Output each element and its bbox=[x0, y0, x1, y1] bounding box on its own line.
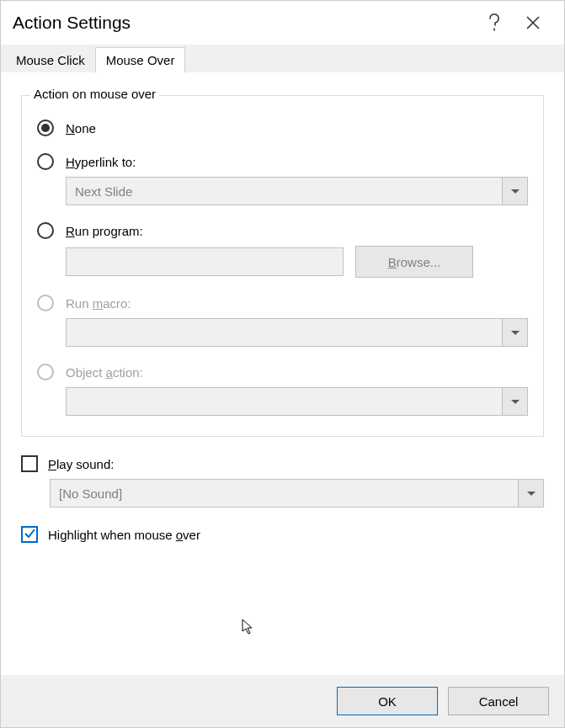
cancel-button[interactable]: Cancel bbox=[448, 687, 549, 715]
group-legend: Action on mouse over bbox=[30, 87, 159, 101]
sound-combo-text: [No Sound] bbox=[51, 486, 518, 501]
run-program-input[interactable] bbox=[66, 247, 344, 276]
object-action-combo-button bbox=[502, 388, 527, 415]
play-sound-checkbox[interactable] bbox=[21, 455, 38, 472]
tab-mouse-over[interactable]: Mouse Over bbox=[95, 47, 186, 73]
radio-run-macro-label: Run macro: bbox=[66, 296, 131, 311]
sound-combo[interactable]: [No Sound] bbox=[50, 479, 544, 507]
button-bar: OK Cancel bbox=[1, 675, 564, 727]
sound-combo-button[interactable] bbox=[518, 480, 543, 507]
highlight-label: Highlight when mouse over bbox=[48, 528, 200, 542]
radio-run-program[interactable] bbox=[37, 222, 54, 239]
ok-button-label: OK bbox=[378, 694, 397, 709]
close-icon bbox=[526, 16, 540, 29]
radio-run-macro-row: Run macro: bbox=[37, 295, 528, 311]
radio-object-action-row: Object action: bbox=[37, 364, 528, 380]
macro-combo-button bbox=[502, 319, 527, 346]
object-action-combo bbox=[66, 387, 528, 416]
radio-hyperlink[interactable] bbox=[37, 153, 54, 170]
tab-mouse-click[interactable]: Mouse Click bbox=[6, 48, 95, 72]
hyperlink-combo-button[interactable] bbox=[502, 178, 527, 205]
dialog-title: Action Settings bbox=[13, 13, 475, 33]
radio-object-action bbox=[37, 364, 54, 380]
radio-run-program-row[interactable]: Run program: bbox=[37, 222, 528, 239]
chevron-down-icon bbox=[511, 400, 520, 404]
ok-button[interactable]: OK bbox=[337, 687, 438, 715]
hyperlink-combo-text: Next Slide bbox=[67, 184, 502, 199]
cursor-icon bbox=[242, 619, 255, 638]
chevron-down-icon bbox=[511, 331, 520, 335]
radio-none-label: None bbox=[66, 121, 96, 136]
check-icon bbox=[24, 528, 35, 542]
radio-run-program-label: Run program: bbox=[66, 224, 143, 238]
macro-combo bbox=[66, 318, 528, 347]
chevron-down-icon bbox=[527, 492, 536, 496]
titlebar: Action Settings bbox=[1, 1, 564, 45]
radio-hyperlink-row[interactable]: Hyperlink to: bbox=[37, 153, 528, 170]
radio-none-row[interactable]: None bbox=[37, 120, 528, 136]
play-sound-label: Play sound: bbox=[48, 457, 114, 471]
hyperlink-combo[interactable]: Next Slide bbox=[66, 177, 528, 205]
browse-button-label: Browse... bbox=[388, 255, 441, 269]
radio-hyperlink-label: Hyperlink to: bbox=[66, 155, 136, 169]
chevron-down-icon bbox=[511, 189, 520, 194]
radio-run-macro bbox=[37, 295, 54, 311]
content-area: Action on mouse over None Hyperlink to: … bbox=[1, 73, 564, 551]
help-icon bbox=[488, 13, 500, 32]
cancel-button-label: Cancel bbox=[479, 694, 519, 709]
highlight-row[interactable]: Highlight when mouse over bbox=[21, 526, 544, 543]
tab-strip: Mouse Click Mouse Over bbox=[1, 45, 564, 73]
action-settings-dialog: Action Settings Mouse Click Mouse Over A… bbox=[0, 0, 565, 728]
radio-object-action-label: Object action: bbox=[66, 365, 143, 380]
play-sound-row[interactable]: Play sound: bbox=[21, 455, 544, 472]
highlight-checkbox[interactable] bbox=[21, 526, 38, 543]
browse-button[interactable]: Browse... bbox=[355, 246, 473, 278]
help-button[interactable] bbox=[475, 9, 514, 36]
action-groupbox: Action on mouse over None Hyperlink to: … bbox=[21, 95, 544, 437]
close-button[interactable] bbox=[514, 9, 552, 36]
radio-none[interactable] bbox=[37, 120, 54, 136]
